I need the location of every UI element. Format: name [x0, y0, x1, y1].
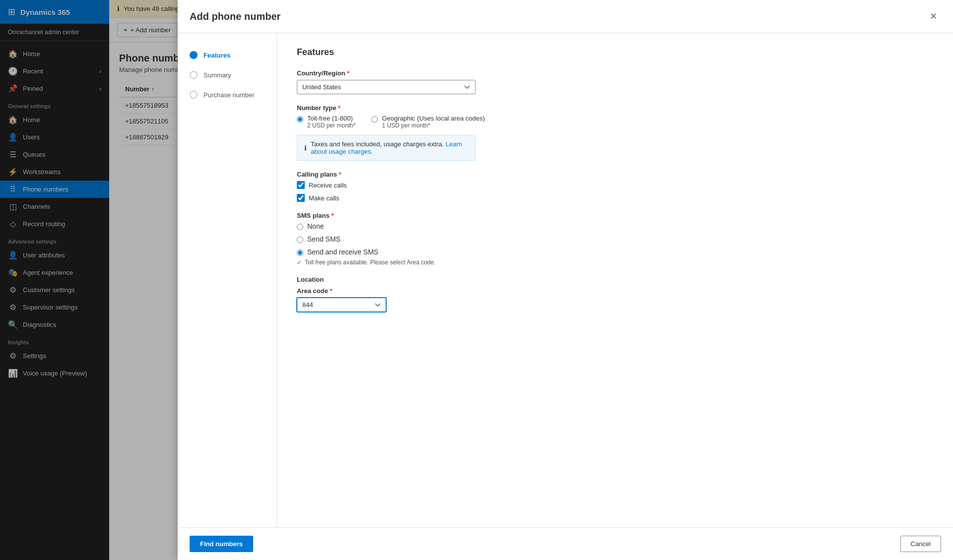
dialog-footer: Find numbers Cancel [178, 527, 953, 560]
area-code-group: Area code * 844 [297, 287, 933, 312]
cancel-button[interactable]: Cancel [900, 536, 941, 552]
checkbox-receive-calls-input[interactable] [297, 181, 305, 189]
step-summary-circle [190, 71, 198, 79]
sms-plans-group: SMS plans * None Send SMS Send and recei… [297, 212, 933, 266]
sms-plans-label: SMS plans * [297, 212, 933, 219]
sms-notice: ✓ Toll free plans available. Please sele… [297, 259, 933, 266]
area-code-label: Area code * [297, 287, 933, 295]
radio-toll-free[interactable]: Toll-free (1-800) 2 USD per month* [297, 115, 355, 129]
geographic-label: Geographic (Uses local area codes) [382, 115, 484, 122]
dialog-title: Add phone number [190, 11, 280, 22]
radio-send-sms[interactable]: Send SMS [297, 235, 933, 243]
info-text: Taxes and fees included, usage charges e… [311, 140, 468, 155]
checkbox-make-calls-input[interactable] [297, 194, 305, 202]
number-type-group: Number type * Toll-free (1-800) 2 USD pe… [297, 104, 933, 161]
receive-calls-label: Receive calls [309, 182, 347, 189]
info-circle-icon: ℹ [304, 144, 307, 152]
radio-send-receive-sms-input[interactable] [297, 249, 303, 256]
step-features-label: Features [204, 52, 230, 59]
country-region-label: Country/Region * [297, 69, 933, 77]
calling-plans-label: Calling plans * [297, 171, 933, 178]
area-code-select[interactable]: 844 [297, 298, 386, 312]
step-features-circle [190, 51, 198, 59]
make-calls-label: Make calls [309, 194, 339, 202]
send-receive-sms-label: Send and receive SMS [307, 248, 378, 256]
radio-geographic[interactable]: Geographic (Uses local area codes) 1 USD… [371, 115, 484, 129]
radio-toll-free-input[interactable] [297, 116, 303, 123]
location-group: Location Area code * 844 [297, 276, 933, 312]
form-section-title: Features [297, 47, 933, 58]
find-numbers-button[interactable]: Find numbers [190, 536, 253, 552]
step-purchase-number[interactable]: Purchase number [178, 85, 276, 105]
country-region-group: Country/Region * United States [297, 69, 933, 94]
footer-left: Find numbers [190, 536, 253, 552]
country-region-select[interactable]: United States [297, 80, 476, 94]
radio-sms-none[interactable]: None [297, 222, 933, 230]
dialog-header: Add phone number ✕ [178, 0, 953, 33]
toll-free-label: Toll-free (1-800) [307, 115, 355, 122]
radio-sms-none-input[interactable] [297, 224, 303, 230]
info-box: ℹ Taxes and fees included, usage charges… [297, 135, 476, 161]
radio-geographic-input[interactable] [371, 116, 378, 123]
checkbox-receive-calls[interactable]: Receive calls [297, 181, 933, 189]
footer-right: Cancel [900, 536, 941, 552]
radio-send-receive-sms[interactable]: Send and receive SMS [297, 248, 933, 256]
calling-plans-checkboxes: Receive calls Make calls [297, 181, 933, 202]
location-label: Location [297, 276, 933, 283]
radio-send-sms-input[interactable] [297, 237, 303, 243]
form-panel: Features Country/Region * United States … [277, 33, 953, 527]
step-purchase-circle [190, 91, 198, 99]
check-icon: ✓ [297, 259, 302, 266]
calling-plans-group: Calling plans * Receive calls Make calls [297, 171, 933, 202]
dialog-body: Features Summary Purchase number Feature… [178, 33, 953, 527]
dialog-close-button[interactable]: ✕ [926, 9, 941, 24]
step-summary-label: Summary [204, 71, 231, 79]
step-features[interactable]: Features [178, 45, 276, 65]
step-summary[interactable]: Summary [178, 65, 276, 85]
step-purchase-label: Purchase number [204, 91, 255, 99]
sms-none-label: None [307, 222, 324, 230]
sms-radio-group: None Send SMS Send and receive SMS [297, 222, 933, 256]
number-type-label: Number type * [297, 104, 933, 112]
send-sms-label: Send SMS [307, 235, 340, 243]
geographic-sublabel: 1 USD per month* [382, 122, 484, 129]
checkbox-make-calls[interactable]: Make calls [297, 194, 933, 202]
steps-panel: Features Summary Purchase number [178, 33, 277, 527]
add-phone-number-dialog: Add phone number ✕ Features Summary Purc… [178, 0, 953, 560]
number-type-radio-group: Toll-free (1-800) 2 USD per month* Geogr… [297, 115, 933, 129]
toll-free-sublabel: 2 USD per month* [307, 122, 355, 129]
